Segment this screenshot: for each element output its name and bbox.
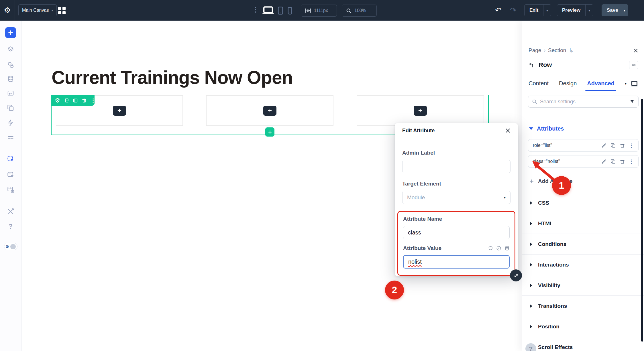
exit-dropdown-button[interactable]: ▾ <box>543 5 551 16</box>
sidebar-divider <box>4 201 17 201</box>
plus-icon <box>7 29 14 36</box>
sidebar-item-tools[interactable] <box>5 206 16 217</box>
attributes-section-header[interactable]: Attributes <box>529 125 564 132</box>
trash-icon[interactable] <box>620 143 625 148</box>
nested-arrow-icon: ↳ <box>569 47 574 54</box>
plus-icon <box>529 179 534 184</box>
close-icon <box>633 48 638 53</box>
panel-scrollbar[interactable] <box>641 99 643 342</box>
sidebar-item-design[interactable] <box>5 59 16 70</box>
attribute-name-input[interactable] <box>403 226 510 239</box>
builder-mode-toggle[interactable]: ⚙ <box>4 243 17 250</box>
section-transitions[interactable]: Transitions <box>522 296 644 316</box>
desktop-responsive-icon[interactable] <box>631 80 638 87</box>
save-dropdown-button[interactable]: ▾ <box>623 5 628 16</box>
dynamic-content-icon[interactable] <box>504 246 510 251</box>
sidebar-item-select-module[interactable] <box>5 153 16 165</box>
edit-pencil-icon[interactable] <box>601 159 607 164</box>
sidebar-item-interactions[interactable] <box>5 117 16 129</box>
row-columns-icon[interactable] <box>73 98 78 103</box>
plus-icon <box>268 130 272 135</box>
add-row-button[interactable] <box>265 127 274 137</box>
edit-pencil-icon[interactable] <box>601 143 607 148</box>
panel-options-button[interactable] <box>629 61 638 69</box>
modal-header: Edit Attribute <box>395 123 518 138</box>
chevron-down-icon[interactable]: ▾ <box>625 82 627 86</box>
section-scroll-effects[interactable]: Scroll Effects <box>522 337 644 351</box>
reset-icon[interactable] <box>488 246 493 251</box>
sidebar-item-select-window[interactable] <box>5 169 16 180</box>
viewport-width-field[interactable]: 1111px <box>301 5 337 17</box>
exit-button[interactable]: Exit <box>525 5 543 16</box>
sidebar-item-layout-view[interactable] <box>5 184 16 195</box>
annotation-step-2: 2 <box>385 281 404 299</box>
section-conditions[interactable]: Conditions <box>522 234 644 255</box>
sidebar-item-data[interactable] <box>5 73 16 85</box>
modal-resize-handle[interactable] <box>510 269 522 281</box>
section-position[interactable]: Position <box>522 316 644 337</box>
sidebar-item-pages[interactable] <box>5 102 16 114</box>
element-title: Row <box>539 61 552 69</box>
back-arrow-icon[interactable] <box>529 62 535 68</box>
settings-tabs: Content Design Advanced ▾ <box>522 76 644 91</box>
phone-view-icon[interactable] <box>287 7 293 15</box>
panel-close-button[interactable] <box>633 48 638 53</box>
attribute-value-input[interactable]: nolist <box>403 255 510 269</box>
plus-icon <box>117 108 122 113</box>
attributes-section-title: Attributes <box>537 125 564 132</box>
trash-icon[interactable] <box>620 159 625 164</box>
search-input[interactable] <box>540 99 627 105</box>
desktop-view-icon[interactable] <box>262 6 274 14</box>
admin-label-input[interactable] <box>402 160 511 173</box>
row-more-options-icon[interactable]: ⋮ <box>91 97 96 104</box>
layout-eye-icon <box>7 186 15 194</box>
duplicate-icon[interactable] <box>610 159 616 164</box>
column-3[interactable] <box>357 95 484 126</box>
canvas-select-label: Main Canvas <box>22 8 49 13</box>
save-button[interactable]: Save <box>602 5 623 16</box>
tab-advanced[interactable]: Advanced <box>587 76 614 91</box>
tablet-view-icon[interactable] <box>277 6 284 15</box>
undo-button[interactable]: ↶ <box>495 6 502 15</box>
attribute-row[interactable]: role="list" ⋮ <box>528 139 639 152</box>
info-icon[interactable] <box>496 246 501 251</box>
sidebar-item-list[interactable] <box>5 133 16 144</box>
duplicate-icon[interactable] <box>610 143 616 148</box>
tab-design[interactable]: Design <box>559 76 577 91</box>
preview-dropdown-button[interactable]: ▾ <box>585 5 593 16</box>
layouts-grid-button[interactable] <box>58 7 66 14</box>
more-options-icon[interactable]: ⋮ <box>629 159 634 165</box>
section-html[interactable]: HTML <box>522 213 644 234</box>
add-module-to-column-button[interactable] <box>263 106 276 116</box>
row-toolbar: ⚙ ⋮ <box>51 95 95 106</box>
add-module-to-column-button[interactable] <box>414 106 427 116</box>
add-module-button[interactable] <box>5 27 16 38</box>
more-options-icon[interactable] <box>255 7 256 13</box>
tab-content[interactable]: Content <box>529 76 549 91</box>
column-2[interactable] <box>206 95 333 126</box>
row-settings-icon[interactable]: ⚙ <box>55 97 60 104</box>
modal-close-button[interactable] <box>505 128 511 133</box>
row-duplicate-icon[interactable] <box>64 98 69 103</box>
section-css[interactable]: CSS <box>522 193 644 213</box>
zoom-level-field[interactable]: 100% <box>342 5 377 17</box>
sidebar-item-layers[interactable] <box>5 44 16 55</box>
section-visibility[interactable]: Visibility <box>522 275 644 296</box>
section-interactions[interactable]: Interactions <box>522 255 644 275</box>
add-module-to-column-button[interactable] <box>113 106 126 116</box>
width-arrows-icon <box>305 8 311 13</box>
sidebar-item-help[interactable]: ? <box>5 221 16 232</box>
canvas-select[interactable]: Main Canvas ▾ <box>18 4 57 16</box>
sidebar-item-templates[interactable] <box>5 87 16 99</box>
more-options-icon[interactable]: ⋮ <box>629 143 634 149</box>
breadcrumb-section[interactable]: Section <box>548 47 566 54</box>
redo-button[interactable]: ↷ <box>510 6 517 15</box>
breadcrumb-page[interactable]: Page <box>529 47 541 54</box>
attribute-row[interactable]: class="nolist" ⋮ <box>528 155 639 168</box>
row-delete-icon[interactable] <box>82 98 87 103</box>
filter-funnel-icon[interactable] <box>630 99 635 104</box>
preview-button[interactable]: Preview <box>557 5 585 16</box>
target-element-select[interactable]: Module ▾ <box>402 191 511 204</box>
builder-settings-button[interactable]: ⚙ <box>0 0 15 21</box>
chevron-down-icon: ▾ <box>546 9 548 12</box>
